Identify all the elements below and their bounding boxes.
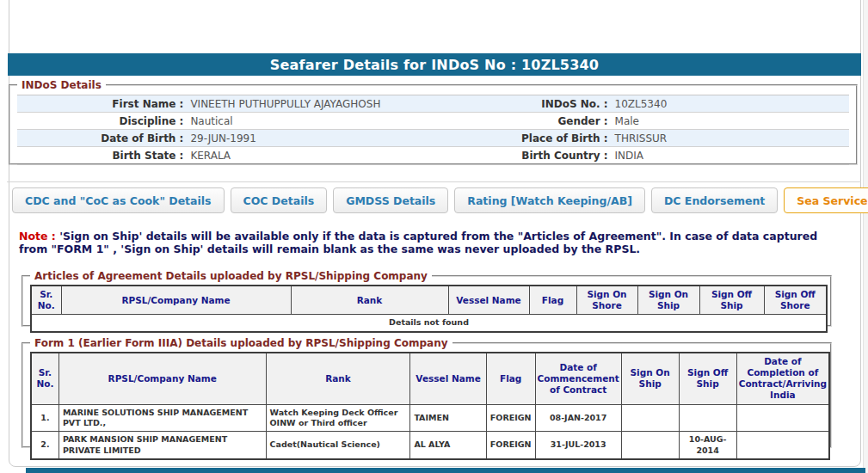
form1-table: Sr. No. RPSL/Company Name Rank Vessel Na… bbox=[30, 352, 830, 460]
title-bar: Seafarer Details for INDoS No : 10ZL5340 bbox=[8, 53, 861, 76]
discipline-label: Discipline : bbox=[17, 115, 183, 127]
column-header-flag: Flag bbox=[529, 286, 576, 315]
column-header-sign-off-shore: Sign Off Shore bbox=[764, 286, 827, 315]
scrollbar-track[interactable] bbox=[863, 0, 868, 473]
tab-rating-watch-keeping-ab[interactable]: Rating [Watch Keeping/AB] bbox=[454, 187, 645, 213]
vessel-cell: AL ALYA bbox=[410, 432, 486, 459]
place-of-birth-label: Place of Birth : bbox=[500, 132, 608, 144]
indos-details-legend: INDoS Details bbox=[17, 79, 106, 91]
date-of-birth-value: 29-JUN-1991 bbox=[183, 132, 499, 144]
table-header-row: Sr. No. RPSL/Company Name Rank Vessel Na… bbox=[31, 353, 829, 404]
tab-cdc-coc-as-cook-details[interactable]: CDC and "CoC as Cook" Details bbox=[12, 187, 225, 213]
note-body: 'Sign on Ship' details will be available… bbox=[19, 230, 817, 255]
sign-on-ship-cell bbox=[621, 404, 679, 432]
table-row: 1. MARINE SOLUTIONS SHIP MANAGEMENT PVT … bbox=[31, 404, 829, 432]
first-name-label: First Name : bbox=[17, 98, 183, 110]
company-cell: MARINE SOLUTIONS SHIP MANAGEMENT PVT LTD… bbox=[58, 404, 266, 432]
discipline-value: Nautical bbox=[183, 115, 499, 127]
column-header-rank: Rank bbox=[291, 286, 448, 315]
form1-legend: Form 1 (Earlier Form IIIA) Details uploa… bbox=[30, 337, 452, 349]
articles-of-agreement-legend: Articles of Agreement Details uploaded b… bbox=[30, 270, 432, 282]
indos-details-grid: First Name : VINEETH PUTHUPPULLY AJAYAGH… bbox=[17, 95, 849, 165]
birth-state-value: KERALA bbox=[183, 150, 499, 162]
page-title: Seafarer Details for INDoS No : 10ZL5340 bbox=[270, 57, 599, 73]
birth-state-label: Birth State : bbox=[17, 150, 183, 162]
birth-country-value: INDIA bbox=[608, 150, 849, 162]
column-header-company: RPSL/Company Name bbox=[58, 353, 266, 404]
column-header-sr-no: Sr. No. bbox=[31, 353, 58, 404]
completion-cell bbox=[736, 432, 829, 459]
column-header-vessel: Vessel Name bbox=[410, 353, 486, 404]
first-name-value: VINEETH PUTHUPPULLY AJAYAGHOSH bbox=[183, 98, 499, 110]
table-row: 2. PARK MANSION SHIP MANAGEMENT PRIVATE … bbox=[31, 432, 829, 459]
sr-no-cell: 1. bbox=[31, 404, 58, 432]
column-header-sign-on-shore: Sign On Shore bbox=[576, 286, 637, 315]
tab-bar: CDC and "CoC as Cook" Details COC Detail… bbox=[12, 187, 868, 213]
place-of-birth-value: THRISSUR bbox=[608, 132, 849, 144]
detail-row: First Name : VINEETH PUTHUPPULLY AJAYAGH… bbox=[17, 95, 849, 113]
vessel-cell: TAIMEN bbox=[410, 404, 486, 432]
tab-gmdss-details[interactable]: GMDSS Details bbox=[333, 187, 448, 213]
detail-row: Discipline : Nautical Gender : Male bbox=[17, 113, 849, 130]
flag-cell: FOREIGN bbox=[486, 404, 535, 432]
column-header-vessel: Vessel Name bbox=[448, 286, 529, 315]
table-header-row: Sr. No. RPSL/Company Name Rank Vessel Na… bbox=[31, 286, 827, 315]
tab-dc-endorsement[interactable]: DC Endorsement bbox=[651, 187, 778, 213]
note-prefix: Note : bbox=[19, 230, 56, 243]
column-header-commencement: Date of Commencement of Contract bbox=[535, 353, 621, 404]
details-not-found-message: Details not found bbox=[31, 315, 827, 332]
commencement-cell: 31-JUL-2013 bbox=[535, 432, 621, 459]
tab-sea-service-details[interactable]: Sea Service Details bbox=[784, 187, 868, 213]
sr-no-cell: 2. bbox=[31, 432, 58, 459]
sign-on-ship-cell bbox=[621, 432, 679, 459]
column-header-rank: Rank bbox=[266, 353, 410, 404]
form1-fieldset: Form 1 (Earlier Form IIIA) Details uploa… bbox=[22, 337, 832, 448]
articles-of-agreement-table: Sr. No. RPSL/Company Name Rank Vessel Na… bbox=[30, 285, 828, 333]
gender-value: Male bbox=[608, 115, 849, 127]
completion-cell bbox=[736, 404, 829, 432]
birth-country-label: Birth Country : bbox=[500, 150, 608, 162]
flag-cell: FOREIGN bbox=[486, 432, 535, 459]
table-row: Details not found bbox=[31, 315, 827, 332]
column-header-sign-on-ship: Sign On Ship bbox=[621, 353, 679, 404]
next-section-bar bbox=[26, 468, 865, 473]
indos-no-label: INDoS No. : bbox=[500, 98, 608, 110]
indos-details-fieldset: INDoS Details First Name : VINEETH PUTHU… bbox=[9, 79, 858, 165]
articles-of-agreement-fieldset: Articles of Agreement Details uploaded b… bbox=[22, 270, 832, 327]
column-header-company: RPSL/Company Name bbox=[61, 286, 291, 315]
rank-cell: Cadet(Nautical Science) bbox=[266, 432, 410, 459]
note-text: Note : 'Sign on Ship' details will be av… bbox=[19, 230, 849, 255]
company-cell: PARK MANSION SHIP MANAGEMENT PRIVATE LIM… bbox=[58, 432, 266, 459]
column-header-sign-off-ship: Sign Off Ship bbox=[699, 286, 764, 315]
sign-off-ship-cell: 10-AUG-2014 bbox=[679, 432, 736, 459]
gender-label: Gender : bbox=[500, 115, 608, 127]
commencement-cell: 08-JAN-2017 bbox=[535, 404, 621, 432]
column-header-sr-no: Sr. No. bbox=[31, 286, 61, 315]
column-header-flag: Flag bbox=[486, 353, 535, 404]
rank-cell: Watch Keeping Deck Officer OINW or Third… bbox=[266, 404, 410, 432]
date-of-birth-label: Date of Birth : bbox=[17, 132, 183, 144]
tab-coc-details[interactable]: COC Details bbox=[231, 187, 328, 213]
column-header-sign-off-ship: Sign Off Ship bbox=[679, 353, 736, 404]
divider bbox=[7, 181, 861, 182]
detail-row: Date of Birth : 29-JUN-1991 Place of Bir… bbox=[17, 130, 849, 147]
sign-off-ship-cell bbox=[679, 404, 736, 432]
column-header-completion: Date of Completion of Contract/Arriving … bbox=[736, 353, 829, 404]
column-header-sign-on-ship: Sign On Ship bbox=[637, 286, 699, 315]
indos-no-value: 10ZL5340 bbox=[608, 98, 849, 110]
detail-row: Birth State : KERALA Birth Country : IND… bbox=[17, 147, 849, 164]
